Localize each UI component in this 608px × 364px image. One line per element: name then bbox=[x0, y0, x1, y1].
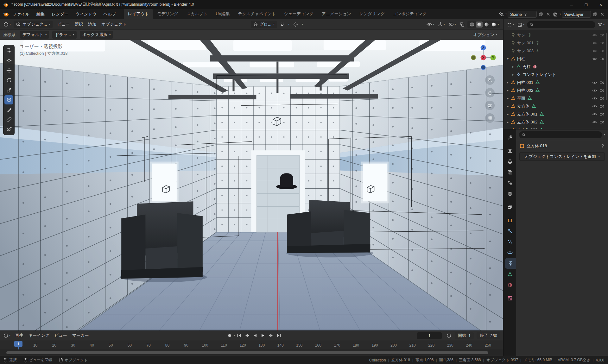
view-layer-name[interactable]: ViewLayer bbox=[564, 12, 583, 17]
eye-toggle-icon[interactable] bbox=[591, 96, 598, 101]
navigation-gizmo[interactable]: Z X Y bbox=[469, 43, 498, 72]
pan-hand-icon[interactable] bbox=[485, 88, 495, 97]
xray-toggle[interactable] bbox=[459, 22, 466, 28]
workspace-tab-2[interactable]: モデリング bbox=[153, 9, 182, 19]
outliner-row[interactable]: ▸コンストレイント bbox=[504, 71, 608, 78]
properties-tab-object-data[interactable] bbox=[504, 269, 516, 279]
keying-menu[interactable]: キーイング bbox=[26, 331, 52, 340]
properties-tab-output[interactable] bbox=[504, 156, 516, 167]
properties-search-input[interactable] bbox=[519, 131, 602, 138]
camera-toggle-icon[interactable] bbox=[598, 33, 605, 37]
frame-end-field[interactable]: 終了250 bbox=[477, 332, 500, 339]
unlink-scene-icon[interactable] bbox=[545, 11, 551, 17]
pin-icon[interactable] bbox=[524, 13, 527, 16]
outliner-row[interactable]: ▸立方体 bbox=[504, 102, 608, 110]
eye-toggle-icon[interactable] bbox=[591, 57, 598, 61]
rotate-tool[interactable] bbox=[4, 76, 13, 85]
menu-window[interactable]: ウィンドウ bbox=[72, 10, 100, 19]
properties-tab-modifiers[interactable] bbox=[504, 226, 516, 236]
eye-toggle-icon[interactable] bbox=[591, 33, 598, 37]
select-menu[interactable]: 選択 bbox=[72, 20, 86, 28]
move-tool[interactable] bbox=[4, 66, 13, 75]
zoom-icon[interactable] bbox=[485, 75, 495, 85]
pin-icon[interactable] bbox=[601, 144, 605, 148]
play-reverse-button[interactable] bbox=[251, 332, 259, 339]
mode-dropdown[interactable]: オブジェク...▾ bbox=[14, 21, 53, 28]
scene-name[interactable]: Scene bbox=[510, 12, 522, 17]
outliner-row[interactable]: ▸円柱.001 bbox=[504, 78, 608, 86]
properties-tab-physics[interactable] bbox=[504, 247, 516, 258]
disclosure-icon[interactable]: ▸ bbox=[505, 120, 510, 124]
gizmo-minus-y-axis[interactable] bbox=[471, 55, 476, 60]
workspace-tab-5[interactable]: テクスチャペイント bbox=[234, 9, 280, 19]
gizmos-dropdown[interactable]: ▾ bbox=[437, 22, 446, 28]
timeline-editor-type-button[interactable]: ▾ bbox=[3, 333, 11, 339]
outliner-row[interactable]: サン.001 bbox=[504, 39, 608, 47]
disclosure-icon[interactable]: ▸ bbox=[505, 81, 510, 84]
eye-toggle-icon[interactable] bbox=[591, 104, 598, 109]
prev-keyframe-button[interactable] bbox=[244, 332, 251, 339]
view-layer-selector[interactable]: ▾ ViewLayer bbox=[552, 11, 605, 18]
camera-toggle-icon[interactable] bbox=[598, 88, 605, 92]
next-keyframe-button[interactable] bbox=[267, 332, 275, 339]
camera-toggle-icon[interactable] bbox=[598, 80, 605, 85]
scale-tool[interactable] bbox=[4, 85, 13, 95]
outliner-row[interactable]: ▸円柱.002 bbox=[504, 86, 608, 94]
properties-tab-render[interactable] bbox=[504, 145, 516, 156]
timeline-ruler[interactable]: 1 10203040506070809010011012013014015016… bbox=[0, 340, 503, 349]
visibility-dropdown[interactable]: ▾ bbox=[426, 22, 435, 27]
copy-scene-icon[interactable] bbox=[538, 11, 544, 17]
disclosure-icon[interactable]: ▸ bbox=[511, 73, 516, 76]
shading-rendered-button[interactable] bbox=[491, 22, 497, 28]
ortho-grid-icon[interactable] bbox=[485, 113, 495, 123]
copy-view-layer-icon[interactable] bbox=[592, 11, 598, 17]
properties-tab-tool[interactable] bbox=[504, 132, 516, 143]
disclosure-icon[interactable]: ▸ bbox=[505, 128, 510, 129]
shading-solid-button[interactable] bbox=[476, 22, 483, 28]
overlays-dropdown[interactable]: ▾ bbox=[448, 22, 457, 27]
snap-toggle[interactable] bbox=[279, 22, 285, 28]
outliner-row[interactable]: ▾円柱 bbox=[504, 55, 608, 63]
outliner-row[interactable]: サン bbox=[504, 31, 608, 39]
properties-tab-view-layer[interactable] bbox=[504, 167, 516, 178]
properties-tab-scene[interactable] bbox=[504, 178, 516, 188]
properties-tab-constraints[interactable] bbox=[505, 258, 516, 269]
viewport-3d[interactable]: ユーザー・透視投影 (1) Collection | 立方体.018 bbox=[0, 40, 503, 330]
auto-key-button[interactable] bbox=[226, 332, 233, 339]
annotate-tool[interactable] bbox=[4, 105, 13, 114]
eye-toggle-icon[interactable] bbox=[591, 41, 598, 45]
select-mode-dropdown[interactable]: ボックス選択▾ bbox=[80, 31, 113, 39]
workspace-tab-8[interactable]: レンダリング bbox=[355, 9, 389, 19]
playhead[interactable]: 1 bbox=[14, 341, 22, 347]
blender-menu-icon[interactable] bbox=[3, 11, 9, 17]
play-menu[interactable]: 再生 bbox=[13, 331, 26, 340]
shading-material-button[interactable] bbox=[483, 22, 490, 28]
outliner-editor-type-button[interactable]: ▾ bbox=[506, 22, 515, 28]
add-cube-tool[interactable] bbox=[4, 125, 13, 134]
disclosure-icon[interactable]: ▸ bbox=[505, 97, 510, 100]
cursor-tool[interactable] bbox=[4, 56, 13, 65]
drag-dropdown[interactable]: ドラッ...▾ bbox=[52, 31, 77, 39]
jump-to-start-button[interactable] bbox=[236, 332, 243, 339]
workspace-tab-6[interactable]: シェーディング bbox=[280, 9, 318, 19]
disclosure-icon[interactable]: ▸ bbox=[505, 112, 510, 116]
disclosure-icon[interactable]: ▸ bbox=[505, 89, 510, 92]
outliner-row[interactable]: ▸円柱 bbox=[504, 63, 608, 71]
camera-toggle-icon[interactable] bbox=[598, 49, 605, 53]
eye-toggle-icon[interactable] bbox=[591, 80, 598, 85]
marker-menu[interactable]: マーカー bbox=[70, 331, 92, 340]
outliner-row[interactable]: ▸立方体.001 bbox=[504, 110, 608, 118]
outliner-row[interactable]: ▸立方体.002 bbox=[504, 118, 608, 126]
disclosure-icon[interactable]: ▸ bbox=[505, 104, 510, 108]
select-box-tool[interactable] bbox=[4, 46, 13, 55]
current-frame-field[interactable]: 1 bbox=[417, 332, 442, 339]
play-button[interactable] bbox=[259, 332, 267, 339]
add-constraint-button[interactable]: オブジェクトコンストレイントを追加▾ bbox=[519, 152, 605, 161]
eye-toggle-icon[interactable] bbox=[591, 112, 598, 116]
remove-view-layer-icon[interactable] bbox=[599, 11, 605, 17]
workspace-tab-4[interactable]: UV編集 bbox=[212, 9, 234, 19]
snap-dropdown[interactable]: ▾ bbox=[287, 22, 290, 26]
camera-view-icon[interactable] bbox=[485, 101, 495, 110]
properties-options-dropdown[interactable]: ▾ bbox=[604, 134, 605, 136]
eye-toggle-icon[interactable] bbox=[591, 49, 598, 53]
